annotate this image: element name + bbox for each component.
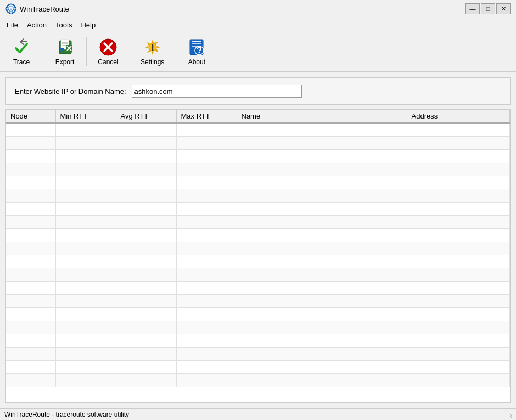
- app-icon: [5, 3, 16, 14]
- table-row: [6, 321, 510, 334]
- table-row: [6, 294, 510, 307]
- window-title: WinTraceRoute: [20, 5, 69, 13]
- domain-input[interactable]: [132, 85, 302, 98]
- domain-input-label: Enter Website IP or Domain Name:: [15, 87, 126, 96]
- title-bar-left: WinTraceRoute: [5, 3, 69, 14]
- export-icon: [55, 37, 75, 57]
- settings-button[interactable]: Settings: [132, 35, 172, 69]
- table-row: [6, 123, 510, 136]
- col-header-name: Name: [237, 110, 407, 123]
- table-row: [6, 255, 510, 268]
- about-button[interactable]: About: [177, 35, 216, 69]
- results-table: Node Min RTT Avg RTT Max RTT Name Addres…: [6, 110, 510, 387]
- table-row: [6, 228, 510, 242]
- status-bar: WinTraceRoute - traceroute software util…: [0, 408, 516, 420]
- menu-bar: File Action Tools Help: [0, 18, 516, 32]
- maximize-button[interactable]: □: [481, 3, 495, 14]
- cancel-button[interactable]: Cancel: [89, 35, 127, 69]
- window-controls: — □ ✕: [465, 3, 511, 14]
- svg-point-16: [152, 49, 153, 51]
- export-button[interactable]: Export: [46, 35, 84, 69]
- about-label: About: [188, 58, 205, 66]
- table-row: [6, 136, 510, 149]
- resize-grip: [504, 411, 512, 418]
- toolbar-sep-4: [175, 37, 175, 66]
- svg-rect-19: [192, 43, 201, 44]
- toolbar-sep-3: [130, 37, 130, 66]
- trace-label: Trace: [13, 58, 30, 66]
- col-header-address: Address: [407, 110, 510, 123]
- minimize-button[interactable]: —: [465, 3, 480, 14]
- table-row: [6, 347, 510, 360]
- table-row: [6, 281, 510, 294]
- toolbar: Trace Export: [0, 32, 516, 72]
- table-row: [6, 268, 510, 281]
- table-row: [6, 215, 510, 228]
- table-row: [6, 189, 510, 202]
- about-icon: [187, 37, 206, 57]
- table-row: [6, 163, 510, 176]
- menu-action[interactable]: Action: [23, 19, 51, 31]
- table-row: [6, 360, 510, 373]
- settings-label: Settings: [141, 58, 164, 66]
- table-row: [6, 307, 510, 321]
- svg-point-22: [199, 52, 200, 53]
- toolbar-sep-2: [86, 37, 87, 66]
- col-header-node: Node: [6, 110, 55, 123]
- cancel-icon: [98, 37, 118, 57]
- table-header-row: Node Min RTT Avg RTT Max RTT Name Addres…: [6, 110, 510, 123]
- table-row: [6, 202, 510, 215]
- export-label: Export: [55, 58, 75, 66]
- results-table-container: Node Min RTT Avg RTT Max RTT Name Addres…: [5, 109, 511, 403]
- title-bar: WinTraceRoute — □ ✕: [0, 0, 516, 18]
- menu-tools[interactable]: Tools: [51, 19, 76, 31]
- svg-rect-18: [192, 41, 201, 42]
- menu-file[interactable]: File: [2, 19, 23, 31]
- table-body: [6, 123, 510, 387]
- col-header-max-rtt: Max RTT: [176, 110, 237, 123]
- table-row: [6, 149, 510, 163]
- trace-button[interactable]: Trace: [2, 35, 41, 69]
- menu-help[interactable]: Help: [76, 19, 100, 31]
- settings-icon: [143, 37, 162, 57]
- svg-line-25: [511, 417, 512, 418]
- close-button[interactable]: ✕: [496, 3, 511, 14]
- col-header-min-rtt: Min RTT: [55, 110, 116, 123]
- input-area: Enter Website IP or Domain Name:: [5, 77, 511, 105]
- trace-icon: [12, 37, 31, 57]
- table-row: [6, 334, 510, 347]
- toolbar-sep-1: [43, 37, 43, 66]
- content-area: Enter Website IP or Domain Name: Node Mi…: [0, 72, 516, 408]
- col-header-avg-rtt: Avg RTT: [116, 110, 176, 123]
- table-row: [6, 373, 510, 387]
- status-text: WinTraceRoute - traceroute software util…: [4, 411, 129, 418]
- table-row: [6, 242, 510, 255]
- cancel-label: Cancel: [98, 58, 118, 66]
- table-row: [6, 176, 510, 189]
